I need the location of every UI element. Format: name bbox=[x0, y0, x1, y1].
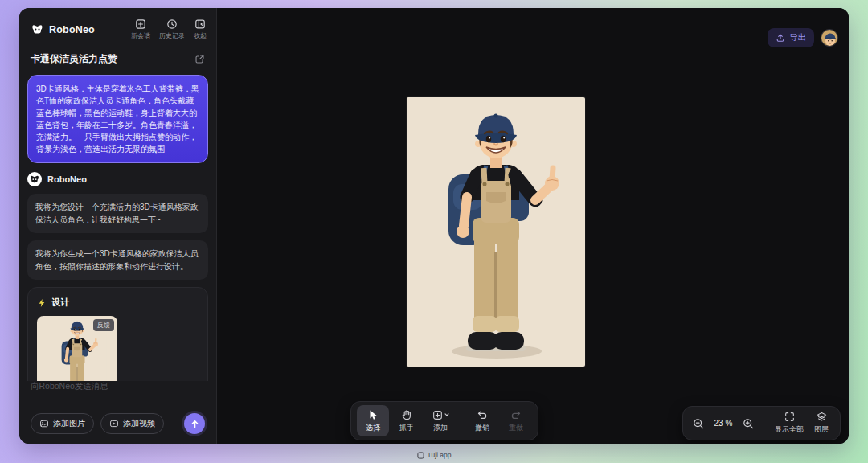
new-chat-icon bbox=[135, 18, 146, 30]
video-icon bbox=[109, 419, 119, 428]
zoom-controls: 23 % 显示全部 图层 bbox=[682, 406, 841, 440]
zoom-value: 23 bbox=[714, 419, 723, 428]
generated-character-image[interactable] bbox=[407, 97, 585, 367]
export-label: 导出 bbox=[789, 32, 806, 43]
undo-button[interactable]: 撤销 bbox=[466, 405, 498, 436]
add-tool-label: 添加 bbox=[433, 423, 448, 433]
select-tool-button[interactable]: 选择 bbox=[357, 405, 389, 436]
hand-tool-button[interactable]: 抓手 bbox=[391, 405, 423, 436]
sidebar-top-actions: 新会话 历史记录 收起 bbox=[131, 18, 207, 40]
user-avatar[interactable] bbox=[821, 29, 838, 47]
history-label: 历史记录 bbox=[159, 31, 185, 40]
zoom-in-icon[interactable] bbox=[743, 418, 754, 429]
assistant-name: RoboNeo bbox=[47, 174, 87, 184]
export-button[interactable]: 导出 bbox=[768, 28, 814, 47]
history-icon bbox=[166, 18, 178, 30]
add-tool-button[interactable]: 添加 bbox=[424, 405, 457, 436]
add-icon-group bbox=[432, 409, 449, 420]
redo-label: 重做 bbox=[509, 423, 523, 433]
design-result-panel: 设计 反馈 bbox=[27, 287, 208, 381]
collapse-label: 收起 bbox=[194, 31, 207, 40]
zoom-out-icon[interactable] bbox=[693, 418, 704, 429]
new-chat-label: 新会话 bbox=[131, 31, 150, 40]
layers-icon bbox=[817, 412, 827, 422]
sidebar: RoboNeo 新会话 历史记录 bbox=[19, 8, 217, 444]
user-prompt-bubble: 3D卡通风格，主体是穿着米色工人背带裤，黑色T恤的家政保洁人员卡通角色，角色头戴… bbox=[27, 75, 208, 163]
assistant-message: 我将为你生成一个3D卡通风格的家政保洁人员角色，按照你描述的形象和动作进行设计。 bbox=[27, 240, 208, 280]
design-panel-header: 设计 bbox=[37, 297, 199, 309]
chat-thread: 3D卡通风格，主体是穿着米色工人背带裤，黑色T恤的家政保洁人员卡通角色，角色头戴… bbox=[27, 75, 208, 381]
feedback-badge[interactable]: 反馈 bbox=[93, 319, 114, 331]
design-section-title: 设计 bbox=[51, 297, 69, 309]
watermark-icon bbox=[417, 452, 424, 459]
sidebar-header: RoboNeo 新会话 历史记录 bbox=[19, 8, 216, 40]
desktop-background: RoboNeo 新会话 历史记录 bbox=[0, 0, 868, 463]
lightning-bolt-icon bbox=[37, 298, 47, 308]
design-thumbnail[interactable]: 反馈 bbox=[37, 316, 117, 381]
share-session-icon[interactable] bbox=[194, 54, 205, 64]
undo-icon bbox=[477, 409, 488, 420]
plus-square-icon bbox=[432, 410, 443, 420]
composer: 向RoboNeo发送消息 添加图片 添加视频 bbox=[19, 381, 216, 444]
fit-view-label: 显示全部 bbox=[775, 424, 804, 435]
zoom-unit: % bbox=[726, 419, 733, 428]
undo-label: 撤销 bbox=[475, 423, 489, 433]
chevron-down-icon bbox=[444, 413, 449, 417]
add-video-label: 添加视频 bbox=[123, 418, 155, 429]
history-button[interactable]: 历史记录 bbox=[159, 18, 185, 40]
hand-icon bbox=[401, 409, 412, 420]
session-title: 卡通保洁员活力点赞 bbox=[31, 52, 117, 66]
new-chat-button[interactable]: 新会话 bbox=[131, 18, 150, 40]
layers-label: 图层 bbox=[814, 424, 829, 435]
cursor-icon bbox=[367, 409, 379, 420]
watermark-text: Tuji.app bbox=[428, 451, 452, 459]
layers-button[interactable]: 图层 bbox=[813, 412, 830, 435]
zoom-level: 23 % bbox=[711, 419, 735, 428]
assistant-avatar bbox=[27, 172, 42, 186]
select-tool-label: 选择 bbox=[366, 423, 380, 433]
send-button[interactable] bbox=[184, 413, 205, 434]
roboneo-app-window: RoboNeo 新会话 历史记录 bbox=[19, 8, 849, 444]
assistant-message: 我将为您设计一个充满活力的3D卡通风格家政保洁人员角色，让我好好构思一下~ bbox=[27, 194, 208, 233]
watermark: Tuji.app bbox=[0, 451, 868, 459]
collapse-sidebar-button[interactable]: 收起 bbox=[194, 18, 207, 40]
canvas-topbar: 导出 bbox=[768, 28, 838, 47]
add-image-label: 添加图片 bbox=[53, 418, 85, 429]
fit-view-button[interactable]: 显示全部 bbox=[773, 412, 805, 435]
hand-tool-label: 抓手 bbox=[399, 423, 414, 433]
character-illustration bbox=[407, 97, 585, 367]
add-video-button[interactable]: 添加视频 bbox=[100, 413, 164, 434]
arrow-up-icon bbox=[190, 419, 200, 429]
canvas-toolbar: 选择 抓手 添加 bbox=[350, 401, 538, 440]
image-icon bbox=[39, 419, 49, 428]
assistant-header: RoboNeo bbox=[27, 172, 208, 186]
brand-name: RoboNeo bbox=[49, 24, 95, 35]
collapse-icon bbox=[194, 18, 206, 30]
redo-button[interactable]: 重做 bbox=[500, 405, 532, 436]
canvas-area[interactable]: 导出 选择 bbox=[217, 8, 849, 444]
session-header: 卡通保洁员活力点赞 bbox=[31, 52, 205, 66]
fit-view-icon bbox=[784, 412, 795, 422]
redo-icon bbox=[510, 409, 522, 420]
add-image-button[interactable]: 添加图片 bbox=[31, 413, 94, 434]
roboneo-logo-icon bbox=[31, 23, 44, 36]
message-input[interactable]: 向RoboNeo发送消息 bbox=[31, 381, 205, 392]
composer-actions: 添加图片 添加视频 bbox=[31, 413, 205, 434]
export-icon bbox=[776, 33, 785, 43]
